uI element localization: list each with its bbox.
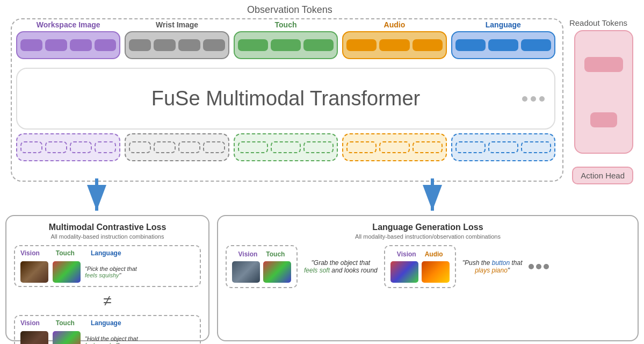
dot-3 <box>539 96 545 102</box>
group2-audio-label: Audio <box>425 250 443 258</box>
dot-1 <box>522 96 527 102</box>
contrastive-row-1: Vision Touch Language "Pick the object t… <box>14 245 201 287</box>
dashed-token-3 <box>303 141 334 153</box>
token-3 <box>413 39 443 51</box>
dashed-token-3 <box>413 141 443 153</box>
modalities-bottom-row <box>16 133 555 171</box>
dot-2 <box>531 96 536 102</box>
workspace-tokens-bottom <box>16 133 120 161</box>
modality-touch: Touch <box>234 20 338 63</box>
language-label: Language <box>486 20 521 29</box>
lang-group-2: Vision Audio <box>384 245 456 288</box>
wrist-label: Wrist Image <box>156 20 198 29</box>
transformer-title: FuSe Multimodal Transformer <box>151 87 421 110</box>
audio-tokens-bottom <box>342 133 446 161</box>
readout-box <box>574 30 633 154</box>
row1-language-label: Language <box>91 249 121 257</box>
token-2 <box>379 39 409 51</box>
touch-tokens-top <box>234 31 338 59</box>
dashed-token-1 <box>20 141 42 153</box>
touch-label: Touch <box>275 20 297 29</box>
row2-touch-label: Touch <box>56 319 75 327</box>
wrist-tokens-top <box>125 31 229 59</box>
language-bottom <box>451 133 555 171</box>
dot-2 <box>536 264 541 269</box>
touch-bottom <box>234 133 338 171</box>
language-tokens-bottom <box>451 133 555 161</box>
modality-wrist: Wrist Image <box>125 20 229 63</box>
group1-vision-image <box>232 261 260 283</box>
dashed-token-3 <box>70 141 92 153</box>
token-1 <box>238 39 268 51</box>
touch-tokens-bottom <box>234 133 338 161</box>
transformer-box: FuSe Multimodal Transformer <box>16 68 555 130</box>
language-subtitle: All modality-based instruction/observati… <box>226 233 630 240</box>
transformer-dots <box>522 96 545 102</box>
token-3 <box>70 39 92 51</box>
group2-vision-image <box>390 261 418 283</box>
row2-touch-image <box>53 331 81 344</box>
dashed-token-2 <box>271 141 301 153</box>
arrow-left <box>83 177 110 215</box>
dashed-token-3 <box>521 141 551 153</box>
modality-language: Language <box>451 20 555 63</box>
workspace-bottom <box>16 133 120 171</box>
group2-quote: "Push the button thatplays piano" <box>462 259 523 274</box>
lang-group-1: Vision Touch <box>226 245 298 288</box>
group1-vision-label: Vision <box>238 250 258 258</box>
token-2 <box>45 39 67 51</box>
contrastive-box: Multimodal Contrastive Loss All modality… <box>5 215 209 341</box>
workspace-label: Workspace Image <box>37 20 100 29</box>
dashed-token-4 <box>203 141 225 153</box>
group1-images <box>232 261 291 283</box>
language-title: Language Generation Loss <box>226 223 630 232</box>
contrastive-inner: Vision Touch Language "Pick the object t… <box>14 245 201 344</box>
row2-vision-label: Vision <box>20 319 40 327</box>
token-1 <box>129 39 151 51</box>
language-inner: Vision Touch "Grab the object thatfeels … <box>226 245 630 288</box>
dashed-token-1 <box>455 141 486 153</box>
token-2 <box>271 39 301 51</box>
readout-tokens-label: Readout Tokens <box>563 18 633 27</box>
contrastive-row-2: Vision Touch Language "Hold the object t… <box>14 315 201 344</box>
token-4 <box>203 39 225 51</box>
row1-vision-label: Vision <box>20 249 40 257</box>
wrist-bottom <box>125 133 229 171</box>
group2-vision-label: Vision <box>397 250 416 258</box>
wrist-tokens-bottom <box>125 133 229 161</box>
row2-labels: Vision Touch Language <box>20 319 194 327</box>
token-3 <box>178 39 200 51</box>
arrow-right <box>419 177 446 215</box>
row2-vision-image <box>20 331 48 344</box>
trailing-dots <box>529 264 549 269</box>
dashed-token-1 <box>346 141 377 153</box>
audio-tokens-top <box>342 31 446 59</box>
language-tokens-top <box>451 31 555 59</box>
group2-images <box>390 261 450 283</box>
dashed-token-4 <box>95 141 117 153</box>
obs-tokens-label: Observation Tokens <box>11 4 569 16</box>
dot-1 <box>529 264 534 269</box>
dashed-token-3 <box>178 141 200 153</box>
group1-labels: Vision Touch <box>238 250 285 258</box>
row1-vision-image <box>20 261 48 283</box>
bottom-section: Multimodal Contrastive Loss All modality… <box>5 215 639 341</box>
dashed-token-2 <box>379 141 409 153</box>
language-box: Language Generation Loss All modality-ba… <box>217 215 639 341</box>
neq-symbol: ≠ <box>14 292 201 310</box>
readout-token-2 <box>590 112 617 127</box>
action-head-label: Action Head <box>572 167 633 184</box>
contrastive-title: Multimodal Contrastive Loss <box>14 223 201 232</box>
row2-language-label: Language <box>91 319 121 327</box>
token-3 <box>303 39 334 51</box>
workspace-tokens-top <box>16 31 120 59</box>
token-2 <box>488 39 518 51</box>
token-2 <box>154 39 176 51</box>
readout-token-1 <box>584 57 623 72</box>
modality-audio: Audio <box>342 20 446 63</box>
token-1 <box>346 39 377 51</box>
dashed-token-1 <box>129 141 151 153</box>
token-1 <box>455 39 486 51</box>
token-4 <box>95 39 117 51</box>
contrastive-subtitle: All modality-based instruction combinati… <box>14 233 201 240</box>
